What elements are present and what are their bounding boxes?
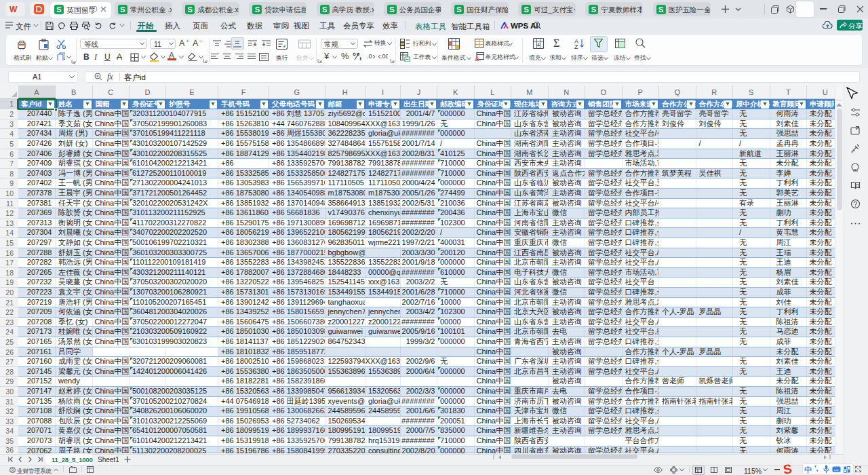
svg-text:Z: Z	[574, 43, 578, 49]
svg-text:W: W	[9, 5, 18, 14]
svg-text:S: S	[783, 461, 793, 475]
svg-text:.0: .0	[367, 53, 372, 60]
svg-text:.00: .00	[380, 53, 388, 60]
